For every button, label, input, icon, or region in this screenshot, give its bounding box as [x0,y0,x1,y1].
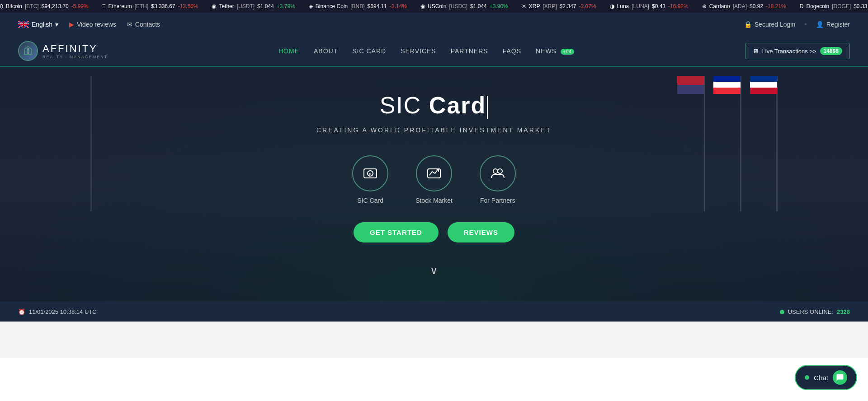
ticker-symbol: [BTC] [25,3,39,9]
ticker-content: ₿ Bitcoin [BTC] $94,213.70 -5.99% Ξ Ethe… [0,3,868,9]
hero-subtitle: CREATING A WORLD PROFITABLE INVESTMENT M… [316,126,552,134]
uk-flag-icon [18,21,29,28]
get-started-button[interactable]: GET STARTED [354,222,439,242]
stock-market-label: Stock Market [415,197,453,204]
ticker-name: Luna [617,3,629,9]
language-selector[interactable]: English ▾ [18,21,58,28]
ticker-bar: ₿ Bitcoin [BTC] $94,213.70 -5.99% Ξ Ethe… [0,0,868,13]
ticker-symbol: [DOGE] [832,3,851,9]
video-reviews-link[interactable]: ▶ Video reviews [69,21,116,28]
hero-icon-partners[interactable]: For Partners [480,155,516,204]
live-tx-count: 14898 [820,47,842,55]
nav-item-partners[interactable]: PARTNERS [451,46,488,56]
ticker-name: Dogecoin [806,3,829,9]
logo-area: Affinity Realty · Management [18,41,108,61]
ticker-price: $94,213.70 [42,3,69,9]
chevron-down-icon: ▾ [55,21,58,28]
top-nav-left: English ▾ ▶ Video reviews ✉ Contacts [18,21,160,28]
ticker-icon: ◑ [610,3,614,9]
users-online-label: USERS ONLINE: [788,308,833,315]
nav-item-home[interactable]: HOME [278,46,299,56]
ticker-change: -18.21% [766,3,786,9]
hero-title-bold: Card [429,92,486,118]
ticker-name: USCoin [428,3,446,9]
nav-item-services[interactable]: SERVICES [401,46,436,56]
ticker-price: $0.43 [652,3,665,9]
ticker-item-doge: Ð Dogecoin [DOGE] $0.33 +0.33% [800,3,868,9]
ticker-item-eth: Ξ Ethereum [ETH] $3,336.67 -13.56% [102,3,198,9]
ticker-item-ada: ⊕ Cardano [ADA] $0.92 -18.21% [702,3,786,9]
status-bar: ⏰ 11/01/2025 10:38:14 UTC USERS ONLINE: … [0,302,868,322]
cursor [487,96,488,119]
nav-item-sic-card[interactable]: SIC CARD [352,46,386,56]
ticker-change: -5.99% [71,3,89,9]
ticker-change: -16.92% [668,3,689,9]
logo-name: Affinity [42,43,98,54]
language-label: English [32,21,52,28]
contacts-link[interactable]: ✉ Contacts [127,21,160,28]
online-indicator-dot [780,310,784,314]
ticker-name: Bitcoin [6,3,22,9]
svg-text:$: $ [369,172,372,176]
chart-icon [426,165,442,182]
video-icon: ▶ [69,21,74,28]
ticker-name: Tether [219,3,234,9]
live-tx-label: Live Transactions >> [762,48,816,55]
ticker-symbol: [BNB] [350,3,364,9]
ticker-item-usdc: ◉ USCoin [USDC] $1.044 +3.90% [420,3,508,9]
ticker-symbol: [LUNA] [632,3,649,9]
logo-text-area: Affinity Realty · Management [42,43,108,59]
scroll-down-indicator[interactable]: ∨ [316,264,552,277]
ticker-name: Binance Coin [316,3,348,9]
ticker-symbol: [ADA] [733,3,747,9]
nav-menu: HOME ABOUT SIC CARD SERVICES PARTNERS FA… [278,46,574,56]
people-icon [490,165,506,182]
ticker-price: $2.347 [560,3,576,9]
top-nav: English ▾ ▶ Video reviews ✉ Contacts 🔒 S… [0,13,868,36]
ticker-price: $0.33 [854,3,867,9]
svg-point-7 [498,169,502,173]
ticker-icon: ◈ [309,3,313,9]
hero-content: SIC Card CREATING A WORLD PROFITABLE INV… [316,92,552,276]
ticker-change: +3.79% [277,3,295,9]
nav-item-about[interactable]: ABOUT [314,46,338,56]
hero-icon-stock-market[interactable]: Stock Market [415,155,453,204]
ticker-change: +3.90% [490,3,508,9]
hero-section: SIC Card CREATING A WORLD PROFITABLE INV… [0,67,868,302]
ticker-icon: ◉ [212,3,216,9]
live-transactions-button[interactable]: 🖥 Live Transactions >> 14898 [745,43,850,59]
ticker-icon: ⊕ [702,3,707,9]
bottom-strip [0,322,868,358]
ticker-price: $1.044 [257,3,274,9]
divider: • [804,20,807,28]
ticker-item-btc: ₿ Bitcoin [BTC] $94,213.70 -5.99% [0,3,89,9]
reviews-button[interactable]: REVIEWS [448,222,514,242]
secured-login-link[interactable]: 🔒 Secured Login [744,21,795,28]
ticker-price: $3,336.67 [151,3,175,9]
main-nav: Affinity Realty · Management HOME ABOUT … [0,36,868,67]
register-link[interactable]: 👤 Register [816,21,850,28]
svg-point-1 [27,50,29,52]
ticker-change: -3.07% [579,3,596,9]
sic-card-label: SIC Card [357,197,383,204]
ticker-item-usdt: ◉ Tether [USDT] $1.044 +3.79% [212,3,295,9]
ticker-symbol: [XRP] [542,3,557,9]
hero-buttons: GET STARTED REVIEWS [316,222,552,242]
ticker-price: $1.044 [470,3,487,9]
news-badge: +04 [561,49,574,55]
ticker-price: $0.92 [750,3,763,9]
datetime-display: 11/01/2025 10:38:14 UTC [29,308,97,315]
svg-point-6 [493,169,498,173]
hero-icon-sic-card[interactable]: $ SIC Card [352,155,388,204]
nav-item-news[interactable]: NEWS +04 [536,46,574,56]
hero-icons: $ SIC Card Stock Market [316,155,552,204]
ticker-icon: ✕ [522,3,526,9]
ticker-icon: Ξ [102,3,106,9]
dollar-card-icon: $ [362,165,378,182]
logo-icon [18,41,38,61]
ticker-price: $694.11 [368,3,387,9]
ticker-symbol: [USDC] [449,3,467,9]
ticker-icon: ◉ [420,3,425,9]
status-left: ⏰ 11/01/2025 10:38:14 UTC [18,308,97,315]
nav-item-faqs[interactable]: FAQS [503,46,521,56]
